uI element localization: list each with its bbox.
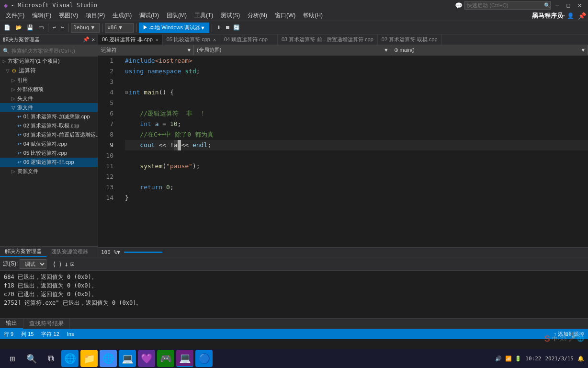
- sidebar-tab-team[interactable]: 团队资源管理器: [46, 247, 93, 256]
- quick-launch-input[interactable]: [464, 1, 551, 10]
- taskbar-chrome[interactable]: 🌐: [100, 350, 117, 367]
- tab-06[interactable]: 06 逻辑运算符-非.cpp ✕: [98, 34, 163, 45]
- code-line-7: int a = 10;: [125, 119, 588, 129]
- ln-5: 5: [98, 98, 113, 108]
- taskbar-search[interactable]: 🔍: [23, 350, 40, 367]
- output-toolbar: 源(S): 调试 ⟨ ⟩ ↓ ⊡: [0, 257, 588, 271]
- code-content[interactable]: #include<iostream> using namespace std; …: [117, 56, 588, 247]
- taskbar-app5[interactable]: 🔵: [195, 350, 213, 367]
- sidebar-pin-icon[interactable]: 📌: [83, 36, 90, 43]
- menu-file[interactable]: 文件(F): [2, 11, 28, 21]
- menu-window[interactable]: 窗口(W): [271, 11, 299, 21]
- tab-04[interactable]: 04 赋值运算符.cpp: [220, 34, 278, 45]
- sidebar-close-icon[interactable]: ✕: [91, 36, 95, 43]
- output-source-select[interactable]: 调试: [20, 259, 46, 269]
- title-text: - Microsoft Visual Studio: [11, 2, 97, 9]
- tab-06-close[interactable]: ✕: [156, 37, 158, 42]
- tree-solution[interactable]: ▷ 方案'运算符'(1 个项目): [0, 57, 98, 66]
- menu-view[interactable]: 视图(V): [55, 11, 82, 21]
- output-tab-output[interactable]: 输出: [0, 318, 23, 329]
- minimize-button[interactable]: ─: [553, 2, 562, 9]
- taskbar-explorer[interactable]: 📁: [80, 350, 98, 367]
- output-btn-4[interactable]: ⊡: [70, 260, 74, 268]
- taskbar-notifications[interactable]: 🔔: [577, 356, 584, 362]
- function-dropdown[interactable]: ⊕ main() ▼: [391, 45, 588, 55]
- tree-file-03[interactable]: +* 03 算术运算符-前置后置递增运...: [0, 130, 98, 139]
- title-right: 💬 🔍 ─ □ ✕: [455, 1, 584, 10]
- tab-03[interactable]: 03 算术运算符-前...后置递增运算符.cpp: [278, 34, 378, 45]
- taskbar-app2[interactable]: 💜: [138, 350, 155, 367]
- menu-test[interactable]: 测试(S): [217, 11, 244, 21]
- tree-headers[interactable]: ▷ 头文件: [0, 94, 98, 103]
- menu-edit[interactable]: 编辑(E): [28, 11, 55, 21]
- title-bar: ◆ - Microsoft Visual Studio 💬 🔍 ─ □ ✕: [0, 0, 588, 11]
- global-scope-dropdown[interactable]: (全局范围) ▼: [194, 45, 391, 55]
- run-button[interactable]: ▶ 本地 Windows 调试器 ▼: [139, 23, 209, 33]
- project-icon: ⚙: [11, 68, 17, 74]
- toolbar-new[interactable]: 📄: [2, 23, 12, 33]
- scope-dropdown[interactable]: 运算符 ▼: [98, 45, 194, 55]
- tree-external-deps[interactable]: ▷ 外部依赖项: [0, 85, 98, 94]
- tree-file-06[interactable]: +* 06 逻辑运算符-非.cpp: [0, 158, 98, 167]
- user-icon[interactable]: 👤: [567, 12, 574, 19]
- toolbar-save[interactable]: 💾: [25, 23, 35, 33]
- zoom-dropdown-icon[interactable]: ▼: [117, 249, 120, 255]
- menu-analyze[interactable]: 分析(N): [244, 11, 271, 21]
- menu-bar: 文件(F) 编辑(E) 视图(V) 项目(P) 生成(B) 调试(D) 团队(M…: [0, 11, 588, 21]
- tab-05[interactable]: 05 比较运算符.cpp ✕: [163, 34, 220, 45]
- sidebar-search-input[interactable]: [11, 48, 95, 54]
- menu-build[interactable]: 生成(B): [109, 11, 136, 21]
- zoom-value: 100 %: [101, 249, 117, 255]
- status-col: 列 15: [21, 331, 34, 338]
- toolbar: 📄 📂 💾 🗃 ↩ ↪ Debug ▼ x86 ▼ ▶ 本地 Windows 调…: [0, 21, 588, 34]
- output-tabs: 输出 查找符号结果: [0, 318, 588, 329]
- taskbar-app3[interactable]: 🎮: [157, 350, 174, 367]
- tree-source-files[interactable]: ▽ 源文件: [0, 103, 98, 112]
- fold-icon-4[interactable]: ⊟: [125, 87, 128, 98]
- tree-project[interactable]: ▽ ⚙ 运算符: [0, 66, 98, 76]
- debug-mode-dropdown[interactable]: Debug ▼: [71, 23, 100, 33]
- toolbar-open[interactable]: 📂: [13, 23, 24, 33]
- code-editor[interactable]: 1 2 3 4 5 6 7 8 9 10 11 12 13 14 #includ…: [98, 56, 588, 247]
- taskbar-edge[interactable]: 🌐: [61, 350, 79, 367]
- code-line-12: [125, 172, 588, 182]
- search-icon[interactable]: 🔍: [544, 2, 551, 9]
- tree-file-05[interactable]: +* 05 比较运算符.cpp: [0, 149, 98, 158]
- output-tab-find[interactable]: 查找符号结果: [23, 319, 70, 329]
- tab-02[interactable]: 02 算术运算符-取模.cpp: [378, 34, 442, 45]
- tree-file-01[interactable]: +* 01 算术运算符-加减乘除.cpp: [0, 112, 98, 121]
- output-line-2: f18 已退出，返回值为 0 (0x0)。: [4, 281, 584, 290]
- taskbar-start[interactable]: ⊞: [4, 350, 21, 367]
- taskbar-taskview[interactable]: ⧉: [42, 350, 59, 367]
- taskbar-vs[interactable]: 💻: [176, 350, 193, 367]
- tree-file-02[interactable]: +* 02 算术运算符-取模.cpp: [0, 121, 98, 130]
- tab-05-close[interactable]: ✕: [213, 37, 216, 42]
- cpp-file-icon-3: +*: [17, 133, 22, 138]
- sidebar-tab-solution[interactable]: 解决方案管理器: [0, 247, 46, 257]
- tree-references[interactable]: ▷ 引用: [0, 76, 98, 85]
- menu-help[interactable]: 帮助(H): [299, 11, 327, 21]
- toolbar-undo[interactable]: ↩: [51, 23, 58, 33]
- ln-2: 2: [98, 66, 113, 77]
- sidebar-search-icon: 🔍: [3, 48, 10, 54]
- toolbar-save-all[interactable]: 🗃: [36, 23, 45, 33]
- scroll-indicator: [124, 252, 162, 253]
- ln-13: 13: [98, 182, 113, 193]
- cpp-file-icon-5: +*: [17, 151, 22, 156]
- platform-dropdown[interactable]: x86 ▼: [105, 23, 134, 33]
- menu-tools[interactable]: 工具(T): [191, 11, 217, 21]
- output-btn-2[interactable]: ⟩: [58, 260, 62, 268]
- tree-resource-files[interactable]: ▷ 资源文件: [0, 167, 98, 176]
- tree-file-04[interactable]: +* 04 赋值运算符.cpp: [0, 139, 98, 149]
- menu-debug[interactable]: 调试(D): [136, 11, 163, 21]
- output-btn-1[interactable]: ⟨: [52, 260, 56, 268]
- toolbar-redo[interactable]: ↪: [59, 23, 66, 33]
- taskbar-app1[interactable]: 💻: [119, 350, 136, 367]
- close-button[interactable]: ✕: [575, 2, 584, 9]
- toolbar-debug-icons[interactable]: ⏸ ⏹ 🔄: [215, 23, 242, 33]
- restore-button[interactable]: □: [564, 2, 573, 9]
- output-btn-3[interactable]: ↓: [64, 260, 68, 268]
- menu-project[interactable]: 项目(P): [82, 11, 109, 21]
- menu-team[interactable]: 团队(M): [163, 11, 191, 21]
- taskbar-sys-icons[interactable]: 🔊 📶 🔋: [495, 356, 521, 362]
